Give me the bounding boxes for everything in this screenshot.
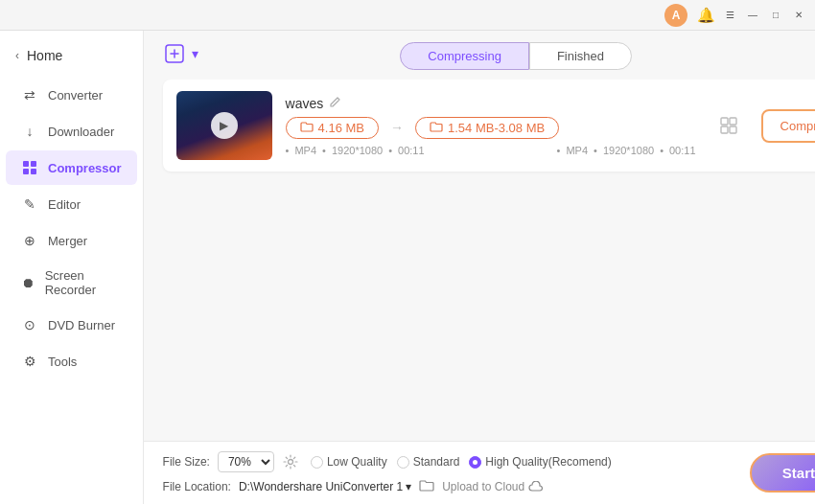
downloader-icon: ↓ [21, 123, 38, 140]
settings-icon-button[interactable] [713, 110, 744, 141]
sidebar-item-compressor[interactable]: Compressor [6, 150, 137, 185]
back-arrow-icon: ‹ [15, 49, 19, 62]
menu-button[interactable]: ☰ [721, 7, 738, 24]
original-size-value: 4.16 MB [318, 121, 364, 135]
quality-low[interactable]: Low Quality [311, 455, 387, 469]
converter-icon: ⇄ [21, 86, 38, 103]
svg-rect-6 [730, 118, 736, 125]
meta2-bullet3: • [660, 145, 664, 156]
merger-icon: ⊕ [21, 232, 38, 249]
bell-button[interactable]: 🔔 [697, 7, 715, 24]
quality-standard-radio[interactable] [397, 456, 409, 469]
compressor-label: Compressor [48, 161, 122, 175]
file-meta-target: • MP4 • 1920*1080 • 00:11 [557, 145, 696, 156]
meta2-bullet: • [557, 145, 561, 156]
tab-finished[interactable]: Finished [529, 42, 632, 70]
tools-label: Tools [48, 355, 77, 369]
converter-label: Converter [48, 88, 103, 103]
bottom-row-filesize: File Size: 70% 50% 30% [163, 451, 750, 472]
maximize-button[interactable]: □ [767, 7, 784, 24]
sidebar-item-screen-recorder[interactable]: ⏺ Screen Recorder [6, 260, 137, 306]
quality-low-radio[interactable] [311, 456, 323, 469]
original-size-box: 4.16 MB [286, 117, 379, 139]
sidebar-item-downloader[interactable]: ↓ Downloader [6, 114, 137, 149]
file-card: ▶ waves [163, 80, 815, 172]
tab-bar: Compressing Finished [144, 31, 815, 80]
arrow-right-icon: → [390, 120, 404, 135]
file-location-label: File Location: [163, 480, 231, 493]
start-all-button[interactable]: Start All [750, 453, 815, 493]
location-path-dropdown[interactable]: D:\Wondershare UniConverter 1 ▾ [239, 480, 411, 493]
screen-recorder-icon: ⏺ [21, 274, 35, 291]
minimize-button[interactable]: — [744, 7, 761, 24]
sidebar-item-tools[interactable]: ⚙ Tools [6, 344, 137, 378]
sidebar-home[interactable]: ‹ Home [0, 40, 143, 77]
quality-standard-label: Standard [413, 455, 460, 469]
compressor-icon [21, 159, 38, 176]
quality-low-label: Low Quality [327, 455, 387, 469]
bottom-rows-wrap: File Size: 70% 50% 30% [163, 451, 815, 494]
meta2-format: MP4 [566, 145, 588, 156]
svg-rect-5 [721, 118, 728, 125]
title-bar: A 🔔 ☰ — □ ✕ [0, 0, 815, 31]
svg-rect-8 [730, 126, 736, 133]
file-thumbnail: ▶ [176, 91, 272, 160]
meta2-res: 1920*1080 [603, 145, 654, 156]
tools-icon: ⚙ [21, 353, 38, 370]
meta1-duration: 00:11 [398, 145, 425, 156]
meta1-bullet: • [286, 145, 290, 156]
folder-icon-original [300, 121, 314, 135]
quality-standard[interactable]: Standard [397, 455, 460, 469]
file-size-label: File Size: [163, 455, 210, 469]
bottom-row-location: File Location: D:\Wondershare UniConvert… [163, 478, 750, 494]
file-list-area: ▶ waves [144, 80, 815, 441]
downloader-label: Downloader [48, 125, 114, 139]
target-size-box: 1.54 MB-3.08 MB [415, 117, 559, 139]
file-name-row: waves [286, 96, 696, 111]
bottom-left: File Size: 70% 50% 30% [163, 451, 750, 494]
svg-point-9 [288, 460, 292, 465]
quality-high-label: High Quality(Recomend) [485, 455, 611, 469]
file-size-select[interactable]: 70% 50% 30% [218, 451, 274, 472]
add-file-button[interactable]: ▾ [163, 42, 198, 65]
play-icon[interactable]: ▶ [211, 112, 238, 139]
quality-high-radio[interactable] [469, 456, 481, 469]
meta2-bullet2: • [594, 145, 597, 156]
upload-cloud-button[interactable]: Upload to Cloud [442, 480, 544, 493]
meta1-format: MP4 [294, 145, 316, 156]
sidebar-item-dvd-burner[interactable]: ⊙ DVD Burner [6, 308, 137, 342]
dvd-burner-label: DVD Burner [48, 318, 115, 332]
folder-open-button[interactable] [419, 478, 434, 494]
sidebar: ‹ Home ⇄ Converter ↓ Downloader Compress… [0, 31, 144, 504]
file-info: waves [286, 96, 696, 156]
screen-recorder-label: Screen Recorder [45, 268, 122, 297]
upload-cloud-label: Upload to Cloud [442, 480, 524, 493]
svg-rect-2 [23, 169, 29, 174]
app-body: ‹ Home ⇄ Converter ↓ Downloader Compress… [0, 31, 815, 504]
location-dropdown-icon: ▾ [406, 480, 411, 493]
user-avatar[interactable]: A [664, 4, 687, 27]
home-label: Home [27, 48, 62, 63]
file-meta-original: • MP4 • 1920*1080 • 00:11 [286, 145, 425, 156]
sidebar-item-converter[interactable]: ⇄ Converter [6, 78, 137, 112]
quality-settings-icon[interactable] [282, 453, 299, 470]
svg-rect-0 [23, 161, 29, 167]
merger-label: Merger [48, 234, 87, 248]
tab-compressing[interactable]: Compressing [400, 42, 529, 70]
close-button[interactable]: ✕ [790, 7, 807, 24]
meta1-bullet2: • [322, 145, 326, 156]
folder-icon-target [430, 121, 443, 135]
file-name: waves [286, 96, 324, 111]
svg-rect-7 [721, 126, 728, 133]
svg-rect-1 [31, 161, 36, 167]
target-size-value: 1.54 MB-3.08 MB [448, 121, 545, 135]
sidebar-item-editor[interactable]: ✎ Editor [6, 187, 137, 221]
sidebar-item-merger[interactable]: ⊕ Merger [6, 223, 137, 258]
file-sizes-row: 4.16 MB → 1.54 MB-3.08 MB [286, 117, 696, 139]
quality-group: Low Quality Standard High Quality(Recome… [311, 455, 612, 469]
meta2-duration: 00:11 [669, 145, 696, 156]
edit-filename-icon[interactable] [329, 96, 341, 111]
quality-high[interactable]: High Quality(Recomend) [469, 455, 611, 469]
add-file-label: ▾ [192, 46, 198, 61]
compress-button[interactable]: Compress [761, 109, 815, 143]
